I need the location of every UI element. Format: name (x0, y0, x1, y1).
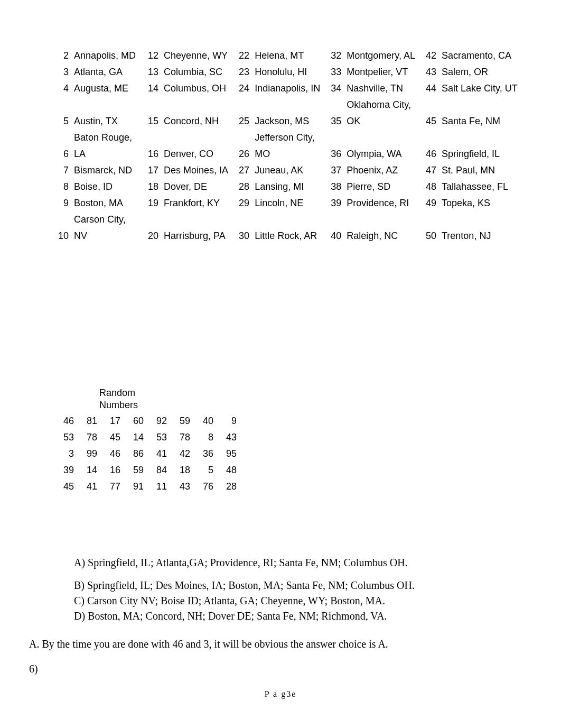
city-name: Salt Lake City, UT (442, 80, 523, 97)
city-index: 12 (143, 48, 164, 64)
city-name: Montgomery, AL (347, 48, 420, 64)
city-index (325, 211, 347, 228)
city-name: Frankfort, KY (164, 195, 233, 211)
city-index (53, 211, 74, 228)
random-number-cell: 17 (99, 413, 123, 429)
city-name (74, 97, 143, 113)
random-number-cell: 36 (192, 446, 216, 462)
random-number-cell: 16 (99, 462, 123, 478)
city-name: Springfield, IL (442, 146, 523, 162)
random-numbers-header: Random Numbers (99, 387, 561, 412)
random-table-body: 4681176092594095378451453788433994686414… (53, 413, 239, 495)
random-number-cell: 46 (53, 413, 76, 429)
city-name: Austin, TX (74, 113, 143, 130)
city-name: Pierre, SD (347, 179, 420, 195)
city-index: 14 (143, 80, 164, 97)
random-number-cell: 8 (192, 429, 216, 446)
table-row: 537845145378843 (53, 429, 239, 446)
random-number-cell: 91 (123, 478, 146, 495)
city-index: 4 (53, 80, 74, 97)
city-name: Helena, MT (255, 48, 325, 64)
table-row: 9Boston, MA19Frankfort, KY29Lincoln, NE3… (53, 195, 523, 211)
random-number-cell: 42 (169, 446, 192, 462)
city-index: 17 (143, 162, 164, 179)
city-index: 49 (420, 195, 442, 211)
city-name: Des Moines, IA (164, 162, 233, 179)
answer-a: A) Springfield, IL; Atlanta,GA; Providen… (74, 556, 561, 570)
table-row: Baton Rouge,Jefferson City, (53, 130, 523, 146)
city-name: Juneau, AK (255, 162, 325, 179)
random-number-cell: 43 (216, 429, 239, 446)
city-name: Honolulu, HI (255, 64, 325, 80)
answer-explanation: A. By the time you are done with 46 and … (29, 638, 561, 650)
random-number-cell: 60 (123, 413, 146, 429)
city-index: 24 (233, 80, 255, 97)
city-name: Tallahassee, FL (442, 179, 523, 195)
city-name (347, 130, 420, 146)
city-name (347, 211, 420, 228)
city-name: Jackson, MS (255, 113, 325, 130)
random-number-cell: 76 (192, 478, 216, 495)
city-name (164, 97, 233, 113)
page-footer: P a g3e (0, 689, 561, 699)
city-name: Harrisburg, PA (164, 228, 233, 244)
city-name: Atlanta, GA (74, 64, 143, 80)
table-row: 399468641423695 (53, 446, 239, 462)
random-number-cell: 11 (146, 478, 169, 495)
city-name: Denver, CO (164, 146, 233, 162)
city-name: Cheyenne, WY (164, 48, 233, 64)
city-index: 40 (325, 228, 347, 244)
city-name: Providence, RI (347, 195, 420, 211)
city-index: 42 (420, 48, 442, 64)
city-name: Phoenix, AZ (347, 162, 420, 179)
table-row: 5Austin, TX15Concord, NH25Jackson, MS35O… (53, 113, 523, 130)
city-index: 23 (233, 64, 255, 80)
city-name: Little Rock, AR (255, 228, 325, 244)
cities-table-body: 2Annapolis, MD12Cheyenne, WY22Helena, MT… (53, 48, 523, 244)
table-row: 8Boise, ID18Dover, DE28Lansing, MI38Pier… (53, 179, 523, 195)
random-number-cell: 99 (76, 446, 99, 462)
city-name (442, 130, 523, 146)
city-name (255, 211, 325, 228)
city-name: Concord, NH (164, 113, 233, 130)
city-index: 35 (325, 113, 347, 130)
table-row: 2Annapolis, MD12Cheyenne, WY22Helena, MT… (53, 48, 523, 64)
random-number-cell: 43 (169, 478, 192, 495)
city-index: 8 (53, 179, 74, 195)
city-index (420, 211, 442, 228)
city-index (53, 97, 74, 113)
city-name (442, 97, 523, 113)
city-name: Columbia, SC (164, 64, 233, 80)
city-index: 7 (53, 162, 74, 179)
city-index: 20 (143, 228, 164, 244)
table-row: 468117609259409 (53, 413, 239, 429)
city-index: 48 (420, 179, 442, 195)
random-number-cell: 28 (216, 478, 239, 495)
random-number-cell: 86 (123, 446, 146, 462)
random-number-cell: 78 (76, 429, 99, 446)
city-name (164, 130, 233, 146)
city-name: Boston, MA (74, 195, 143, 211)
cities-table: 2Annapolis, MD12Cheyenne, WY22Helena, MT… (53, 48, 523, 244)
city-name: Annapolis, MD (74, 48, 143, 64)
city-index (325, 97, 347, 113)
city-name: Columbus, OH (164, 80, 233, 97)
city-name: Nashville, TN (347, 80, 420, 97)
city-index: 30 (233, 228, 255, 244)
question-6-marker: 6) (29, 663, 561, 675)
city-name: Santa Fe, NM (442, 113, 523, 130)
city-index: 16 (143, 146, 164, 162)
city-index: 45 (420, 113, 442, 130)
city-index: 29 (233, 195, 255, 211)
random-number-cell: 40 (192, 413, 216, 429)
city-index: 44 (420, 80, 442, 97)
city-name: Boise, ID (74, 179, 143, 195)
city-index: 26 (233, 146, 255, 162)
city-index: 47 (420, 162, 442, 179)
random-number-cell: 53 (146, 429, 169, 446)
city-name: Baton Rouge, (74, 130, 143, 146)
city-name: Lansing, MI (255, 179, 325, 195)
random-numbers-table: 4681176092594095378451453788433994686414… (53, 413, 239, 495)
table-row: 3Atlanta, GA13Columbia, SC23Honolulu, HI… (53, 64, 523, 80)
city-index: 32 (325, 48, 347, 64)
